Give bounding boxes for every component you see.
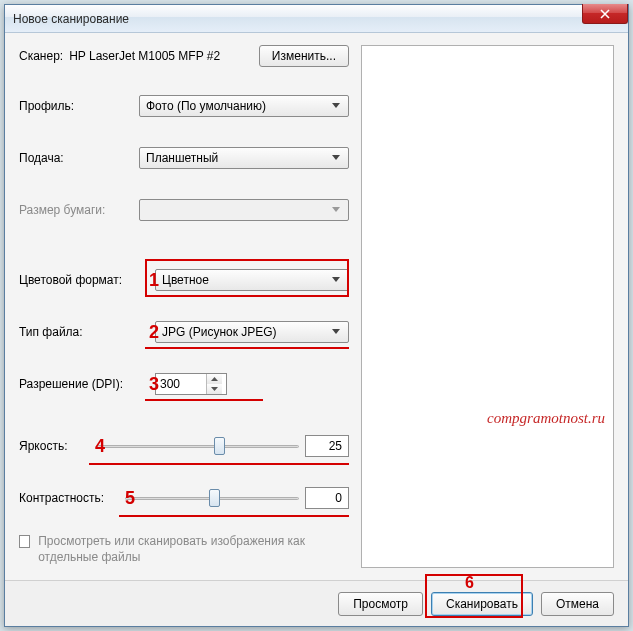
dpi-input[interactable] — [156, 377, 206, 391]
paper-row: Размер бумаги: — [19, 197, 349, 223]
scan-button[interactable]: Сканировать — [431, 592, 533, 616]
filetype-combo[interactable]: JPG (Рисунок JPEG) — [155, 321, 349, 343]
brightness-slider[interactable] — [97, 435, 299, 457]
feed-combo[interactable]: Планшетный — [139, 147, 349, 169]
profile-value: Фото (По умолчанию) — [146, 99, 328, 113]
slider-thumb[interactable] — [209, 489, 220, 507]
dialog-body: Сканер: HP LaserJet M1005 MFP #2 Изменит… — [5, 33, 628, 580]
feed-value: Планшетный — [146, 151, 328, 165]
preview-area[interactable]: compgramotnost.ru — [361, 45, 614, 568]
slider-track — [97, 445, 299, 448]
paper-combo — [139, 199, 349, 221]
filetype-value: JPG (Рисунок JPEG) — [162, 325, 328, 339]
scan-dialog: Новое сканирование Сканер: HP LaserJet M… — [4, 4, 629, 627]
profile-row: Профиль: Фото (По умолчанию) — [19, 93, 349, 119]
dpi-row: Разрешение (DPI): 3 — [19, 371, 349, 397]
contrast-label: Контрастность: — [19, 491, 119, 505]
brightness-value-box[interactable]: 25 — [305, 435, 349, 457]
dialog-footer: Просмотр Сканировать 6 Отмена — [5, 580, 628, 626]
scanner-label: Сканер: — [19, 49, 63, 63]
annotation-line-5 — [119, 515, 349, 517]
scanner-name: HP LaserJet M1005 MFP #2 — [69, 49, 220, 63]
profile-combo[interactable]: Фото (По умолчанию) — [139, 95, 349, 117]
settings-panel: Сканер: HP LaserJet M1005 MFP #2 Изменит… — [19, 45, 349, 568]
dpi-spinner — [206, 374, 222, 394]
contrast-row: Контрастность: 0 5 — [19, 485, 349, 511]
slider-thumb[interactable] — [214, 437, 225, 455]
contrast-value-box[interactable]: 0 — [305, 487, 349, 509]
cancel-button[interactable]: Отмена — [541, 592, 614, 616]
separate-files-row: Просмотреть или сканировать изображения … — [19, 533, 349, 565]
separate-files-checkbox[interactable] — [19, 535, 30, 548]
annotation-line-2 — [145, 347, 349, 349]
feed-row: Подача: Планшетный — [19, 145, 349, 171]
filetype-row: Тип файла: JPG (Рисунок JPEG) 2 — [19, 319, 349, 345]
close-icon — [600, 9, 610, 19]
chevron-down-icon — [328, 155, 344, 161]
brightness-row: Яркость: 25 4 — [19, 433, 349, 459]
chevron-down-icon — [328, 329, 344, 335]
color-value: Цветное — [162, 273, 328, 287]
preview-panel: compgramotnost.ru — [361, 45, 614, 568]
change-scanner-button[interactable]: Изменить... — [259, 45, 349, 67]
scanner-row: Сканер: HP LaserJet M1005 MFP #2 Изменит… — [19, 45, 349, 67]
filetype-label: Тип файла: — [19, 325, 127, 339]
dpi-spin-up[interactable] — [207, 374, 222, 384]
dpi-label: Разрешение (DPI): — [19, 377, 137, 391]
watermark-text: compgramotnost.ru — [487, 410, 605, 427]
annotation-line-4 — [89, 463, 349, 465]
dpi-spin-down[interactable] — [207, 384, 222, 394]
color-combo[interactable]: Цветное — [155, 269, 349, 291]
separate-files-label: Просмотреть или сканировать изображения … — [38, 533, 349, 565]
titlebar: Новое сканирование — [5, 5, 628, 33]
color-row: Цветовой формат: Цветное 1 — [19, 267, 349, 293]
dpi-input-wrap — [155, 373, 227, 395]
preview-button[interactable]: Просмотр — [338, 592, 423, 616]
brightness-label: Яркость: — [19, 439, 91, 453]
chevron-down-icon — [328, 103, 344, 109]
close-button[interactable] — [582, 4, 628, 24]
chevron-down-icon — [328, 207, 344, 213]
annotation-line-3 — [145, 399, 263, 401]
profile-label: Профиль: — [19, 99, 139, 113]
color-label: Цветовой формат: — [19, 273, 127, 287]
paper-label: Размер бумаги: — [19, 203, 139, 217]
chevron-down-icon — [328, 277, 344, 283]
contrast-slider[interactable] — [125, 487, 299, 509]
feed-label: Подача: — [19, 151, 139, 165]
window-title: Новое сканирование — [13, 12, 129, 26]
